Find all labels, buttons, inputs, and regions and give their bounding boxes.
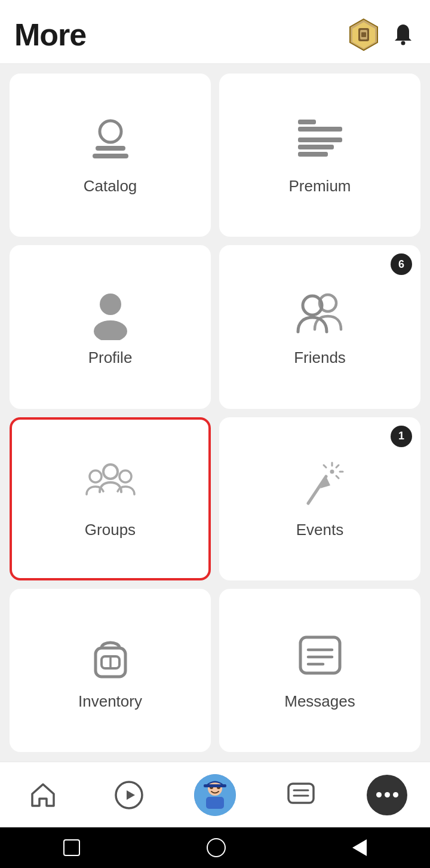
chat-icon: [286, 780, 316, 810]
svg-rect-13: [298, 120, 316, 124]
friends-icon: [293, 286, 347, 340]
svg-line-21: [308, 476, 326, 503]
svg-point-18: [103, 464, 118, 479]
events-icon: [293, 459, 347, 512]
bell-icon[interactable]: [391, 22, 416, 47]
svg-line-25: [336, 476, 339, 478]
android-circle-icon: [207, 838, 226, 857]
premium-label: Premium: [288, 177, 351, 195]
svg-point-15: [94, 320, 127, 340]
events-label: Events: [296, 521, 344, 539]
dot2: [385, 792, 390, 797]
svg-rect-10: [298, 145, 334, 149]
nav-avatar[interactable]: [191, 771, 239, 819]
nav-more[interactable]: [363, 771, 411, 819]
svg-rect-7: [96, 146, 125, 151]
friends-badge: 6: [391, 253, 412, 275]
svg-rect-8: [93, 154, 128, 158]
groups-item[interactable]: Groups: [10, 417, 211, 580]
svg-point-14: [100, 294, 121, 315]
inventory-item[interactable]: Inventory: [10, 589, 211, 752]
android-nav-bar: [0, 827, 430, 868]
svg-rect-9: [298, 137, 342, 142]
friends-item[interactable]: 6 Friends: [219, 245, 420, 408]
dot1: [376, 792, 382, 797]
messages-label: Messages: [284, 692, 355, 711]
friends-label: Friends: [294, 349, 346, 367]
svg-point-6: [100, 121, 121, 142]
svg-rect-11: [298, 152, 328, 157]
nav-home[interactable]: [19, 771, 67, 819]
catalog-label: Catalog: [84, 177, 137, 195]
android-square-btn[interactable]: [63, 839, 80, 856]
profile-icon: [84, 286, 137, 340]
catalog-item[interactable]: Catalog: [10, 74, 211, 237]
events-item[interactable]: 1 Events: [219, 417, 420, 580]
avatar[interactable]: [194, 774, 236, 816]
messages-icon: [293, 630, 347, 684]
svg-point-20: [119, 470, 131, 482]
page-title: More: [14, 17, 86, 53]
android-back-btn[interactable]: [352, 839, 367, 856]
groups-label: Groups: [85, 521, 136, 539]
android-home-btn[interactable]: [207, 838, 226, 857]
android-back-icon: [352, 839, 367, 856]
grid-container: Catalog Premium Profile 6 Friends: [0, 64, 430, 762]
svg-rect-31: [300, 637, 340, 673]
profile-label: Profile: [88, 349, 133, 367]
profile-item[interactable]: Profile: [10, 245, 211, 408]
premium-item[interactable]: Premium: [219, 74, 420, 237]
svg-point-19: [90, 470, 102, 482]
svg-point-22: [330, 469, 334, 473]
svg-point-5: [401, 41, 406, 45]
svg-rect-12: [298, 127, 342, 132]
android-square-icon: [63, 839, 80, 856]
inventory-icon: [84, 630, 137, 684]
svg-line-23: [336, 465, 339, 467]
premium-icon: [293, 115, 347, 169]
bottom-nav: [0, 762, 430, 827]
svg-rect-39: [206, 797, 224, 809]
messages-item[interactable]: Messages: [219, 589, 420, 752]
nav-chat[interactable]: [277, 771, 325, 819]
svg-rect-4: [361, 32, 366, 37]
svg-line-27: [324, 465, 326, 467]
nav-discover[interactable]: [105, 771, 153, 819]
svg-marker-36: [127, 790, 135, 800]
header: More: [0, 0, 430, 64]
events-badge: 1: [391, 426, 412, 447]
home-icon: [29, 781, 57, 809]
svg-rect-42: [204, 784, 226, 787]
svg-rect-43: [288, 784, 314, 803]
more-nav-button[interactable]: [367, 775, 407, 815]
discover-icon: [113, 780, 145, 811]
catalog-icon: [84, 115, 137, 169]
dot3: [393, 792, 398, 797]
robux-icon[interactable]: [346, 17, 381, 52]
groups-icon: [84, 459, 137, 512]
header-icons: [346, 17, 416, 52]
inventory-label: Inventory: [78, 692, 142, 711]
